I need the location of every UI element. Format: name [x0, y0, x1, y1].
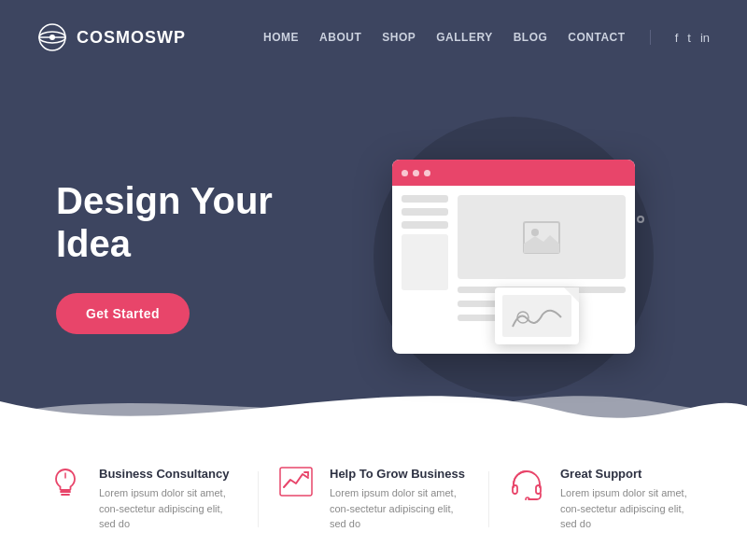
- feature-grow-text: Help To Grow Business Lorem ipsum dolor …: [330, 467, 470, 532]
- nav-home[interactable]: HOME: [263, 31, 299, 44]
- svg-rect-12: [536, 485, 541, 494]
- linkedin-icon[interactable]: in: [700, 31, 710, 45]
- doc-card: [495, 287, 579, 344]
- browser-dot-1: [402, 170, 408, 176]
- feature-business-title: Business Consultancy: [99, 467, 239, 481]
- sidebar-line-2: [402, 208, 448, 216]
- nav-divider: [650, 30, 651, 45]
- browser-dot-3: [424, 170, 430, 176]
- hero-section: COSMOSWP HOME ABOUT SHOP GALLERY BLOG CO…: [0, 0, 747, 439]
- svg-point-13: [526, 497, 529, 500]
- twitter-icon[interactable]: t: [687, 31, 691, 45]
- browser-mockup: [392, 160, 635, 354]
- business-icon-wrap: [47, 467, 84, 500]
- browser-bar: [392, 160, 635, 186]
- logo-area[interactable]: COSMOSWP: [37, 22, 186, 52]
- hero-wave: [0, 364, 747, 439]
- feature-business-desc: Lorem ipsum dolor sit amet, con-sectetur…: [99, 485, 239, 532]
- sidebar-line-1: [402, 195, 448, 203]
- feature-divider-1: [258, 471, 259, 527]
- support-icon-wrap: [508, 467, 545, 500]
- features-section: Business Consultancy Lorem ipsum dolor s…: [0, 439, 747, 560]
- feature-grow-desc: Lorem ipsum dolor sit amet, con-sectetur…: [330, 485, 470, 532]
- get-started-button[interactable]: Get Started: [56, 293, 190, 334]
- hero-left: Design Your Idea Get Started: [56, 179, 336, 334]
- grow-icon-wrap: [277, 467, 315, 497]
- browser-sidebar: [402, 195, 448, 344]
- browser-dot-2: [413, 170, 419, 176]
- image-icon: [523, 221, 560, 254]
- nav-blog[interactable]: BLOG: [514, 31, 548, 44]
- doc-chart-icon: [509, 301, 565, 333]
- feature-grow: Help To Grow Business Lorem ipsum dolor …: [277, 467, 470, 532]
- svg-point-3: [49, 35, 55, 40]
- hero-title: Design Your Idea: [56, 179, 336, 265]
- sidebar-line-3: [402, 221, 448, 229]
- nav-gallery[interactable]: GALLERY: [436, 31, 492, 44]
- feature-support-title: Great Support: [560, 467, 700, 481]
- feature-grow-title: Help To Grow Business: [330, 467, 470, 481]
- feature-support-desc: Lorem ipsum dolor sit amet, con-sectetur…: [560, 485, 700, 532]
- hero-right: + + +: [336, 160, 691, 354]
- nav-about[interactable]: ABOUT: [319, 31, 361, 44]
- headset-icon: [510, 467, 543, 500]
- svg-rect-11: [513, 485, 517, 494]
- lightbulb-icon: [50, 467, 80, 500]
- browser-image: [458, 195, 626, 279]
- header: COSMOSWP HOME ABOUT SHOP GALLERY BLOG CO…: [0, 0, 747, 75]
- doc-image: [502, 295, 571, 337]
- facebook-icon[interactable]: f: [675, 31, 679, 45]
- main-nav: HOME ABOUT SHOP GALLERY BLOG CONTACT f t…: [263, 30, 710, 45]
- feature-support-text: Great Support Lorem ipsum dolor sit amet…: [560, 467, 700, 532]
- nav-shop[interactable]: SHOP: [382, 31, 416, 44]
- nav-contact[interactable]: CONTACT: [568, 31, 625, 44]
- feature-business: Business Consultancy Lorem ipsum dolor s…: [47, 467, 239, 532]
- dot-5: [637, 216, 644, 223]
- feature-divider-2: [488, 471, 489, 527]
- sidebar-box: [402, 234, 448, 290]
- feature-business-text: Business Consultancy Lorem ipsum dolor s…: [99, 467, 239, 532]
- feature-support: Great Support Lorem ipsum dolor sit amet…: [508, 467, 700, 532]
- svg-point-5: [531, 229, 539, 236]
- brand-name: COSMOSWP: [77, 28, 186, 48]
- social-links: f t in: [675, 31, 710, 45]
- chart-up-icon: [279, 467, 313, 497]
- logo-icon: [37, 22, 67, 52]
